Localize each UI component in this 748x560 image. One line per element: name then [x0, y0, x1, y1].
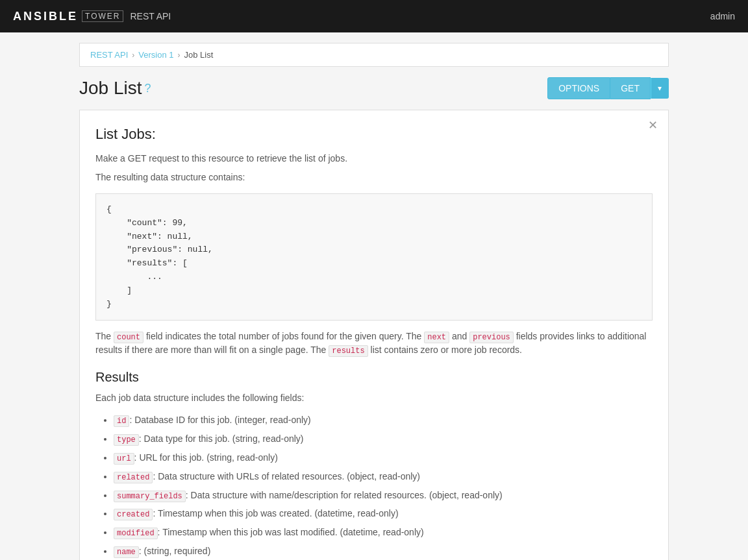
exp-list-desc: list contains zero or more job records.	[368, 345, 522, 355]
code-sample: { "count": 99, "next": null, "previous":…	[95, 193, 653, 321]
exp-after-count: field indicates the total number of jobs…	[143, 331, 424, 341]
results-title: Results	[95, 370, 653, 385]
panel-intro2: The resulting data structure contains:	[95, 171, 653, 184]
page-title-text: Job List	[79, 78, 142, 99]
list-item: url: URL for this job. (string, read-onl…	[114, 449, 653, 467]
exp-next-code: next	[424, 332, 449, 343]
field-name-code: related	[114, 472, 153, 483]
explanation-text: The count field indicates the total numb…	[95, 330, 653, 357]
list-item: related: Data structure with URLs of rel…	[114, 468, 653, 485]
breadcrumb-sep-1: ›	[132, 51, 134, 60]
content-panel: ✕ List Jobs: Make a GET request to this …	[79, 110, 669, 560]
field-name-code: id	[114, 415, 129, 427]
breadcrumb-sep-2: ›	[178, 51, 181, 60]
breadcrumb: REST API › Version 1 › Job List	[79, 43, 669, 67]
help-icon[interactable]: ?	[145, 82, 151, 95]
action-buttons: OPTIONS GET ▾	[547, 77, 669, 99]
field-name-code: modified	[114, 528, 158, 539]
field-list: id: Database ID for this job. (integer, …	[95, 411, 653, 560]
admin-link[interactable]: admin	[710, 11, 735, 21]
field-name-code: url	[114, 453, 134, 465]
list-item: id: Database ID for this job. (integer, …	[114, 411, 653, 429]
brand: ANSIBLE TOWER REST API	[13, 10, 171, 23]
options-button[interactable]: OPTIONS	[547, 77, 610, 99]
field-name-code: type	[114, 434, 139, 446]
main-container: REST API › Version 1 › Job List Job List…	[69, 43, 679, 560]
get-dropdown-button[interactable]: ▾	[651, 78, 669, 99]
results-desc: Each job data structure includes the fol…	[95, 391, 653, 405]
exp-count-code: count	[114, 332, 143, 343]
list-item: created: Timestamp when this job was cre…	[114, 505, 653, 522]
panel-intro1: Make a GET request to this resource to r…	[95, 152, 653, 165]
navbar: ANSIBLE TOWER REST API admin	[0, 0, 748, 32]
exp-and: and	[449, 331, 469, 341]
rest-api-label: REST API	[130, 11, 171, 21]
ansible-logo: ANSIBLE	[13, 10, 78, 23]
list-item: type: Data type for this job. (string, r…	[114, 430, 653, 448]
list-item: name: (string, required)	[114, 542, 653, 560]
exp-results-code: results	[329, 345, 368, 357]
field-name-code: created	[114, 509, 153, 520]
panel-title: List Jobs:	[95, 126, 653, 143]
exp-previous-code: previous	[469, 332, 514, 343]
tower-label: TOWER	[82, 10, 123, 22]
field-name-code: name	[114, 546, 139, 558]
breadcrumb-current: Job List	[184, 50, 214, 60]
page-title: Job List ?	[79, 78, 151, 99]
breadcrumb-rest-api[interactable]: REST API	[90, 50, 128, 60]
field-name-code: summary_fields	[114, 491, 186, 502]
list-item: modified: Timestamp when this job was la…	[114, 524, 653, 541]
exp-before-count: The	[95, 331, 114, 341]
close-button[interactable]: ✕	[648, 118, 658, 132]
page-title-row: Job List ? OPTIONS GET ▾	[79, 77, 669, 99]
get-button[interactable]: GET	[610, 77, 651, 99]
breadcrumb-version[interactable]: Version 1	[138, 50, 173, 60]
list-item: summary_fields: Data structure with name…	[114, 487, 653, 504]
